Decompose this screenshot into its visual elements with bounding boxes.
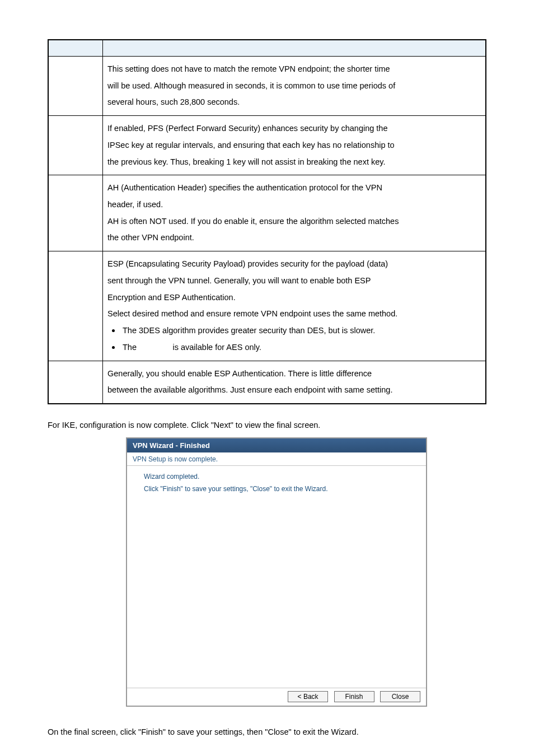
dialog-body: Wizard completed. Click "Finish" to save…: [127, 466, 426, 688]
back-button[interactable]: < Back: [288, 691, 328, 702]
wizard-instruction: Click "Finish" to save your settings, "C…: [144, 485, 417, 493]
cell-line: will be used. Although measured in secon…: [107, 78, 480, 95]
cell-line: several hours, such 28,800 seconds.: [107, 94, 480, 111]
bullet-item: The is available for AES only.: [107, 339, 480, 356]
cell-line: ESP (Encapsulating Security Payload) pro…: [107, 256, 480, 273]
table-row: AH (Authentication Header) specifies the…: [48, 175, 486, 251]
wizard-heading: Wizard completed.: [144, 473, 417, 480]
table-row: This setting does not have to match the …: [48, 57, 486, 116]
paragraph: On the final screen, click "Finish" to s…: [48, 725, 486, 740]
bullet-text: The 3DES algorithm provides greater secu…: [123, 323, 375, 339]
bullet-item: The 3DES algorithm provides greater secu…: [107, 323, 480, 339]
table-row: Generally, you should enable ESP Authent…: [48, 361, 486, 404]
cell-line: IPSec key at regular intervals, and ensu…: [107, 137, 480, 154]
dialog-subtitle: VPN Setup is now complete.: [127, 452, 426, 466]
cell-line: Encryption and ESP Authentication.: [107, 290, 480, 306]
cell-line: AH is often NOT used. If you do enable i…: [107, 213, 480, 230]
table-row: ESP (Encapsulating Security Payload) pro…: [48, 251, 486, 361]
dialog-title: VPN Wizard - Finished: [127, 438, 426, 452]
settings-table: This setting does not have to match the …: [48, 39, 486, 404]
cell-line: Generally, you should enable ESP Authent…: [107, 366, 480, 382]
vpn-wizard-dialog: VPN Wizard - Finished VPN Setup is now c…: [126, 437, 427, 707]
bullet-icon: [112, 329, 115, 332]
table-row: If enabled, PFS (Perfect Forward Securit…: [48, 116, 486, 175]
cell-line: This setting does not have to match the …: [107, 61, 480, 78]
close-button[interactable]: Close: [380, 691, 420, 702]
finish-button[interactable]: Finish: [334, 691, 374, 702]
cell-line: If enabled, PFS (Perfect Forward Securit…: [107, 120, 480, 137]
cell-line: AH (Authentication Header) specifies the…: [107, 180, 480, 197]
cell-line: header, if used.: [107, 197, 480, 213]
dialog-footer: < Back Finish Close: [127, 688, 426, 706]
cell-line: the other VPN endpoint.: [107, 230, 480, 246]
cell-line: sent through the VPN tunnel. Generally, …: [107, 273, 480, 290]
cell-line: the previous key. Thus, breaking 1 key w…: [107, 154, 480, 171]
bullet-text: The is available for AES only.: [123, 339, 261, 356]
paragraph: For IKE, configuration is now complete. …: [48, 418, 486, 433]
table-header-row: [48, 40, 486, 57]
cell-line: between the available algorithms. Just e…: [107, 382, 480, 399]
cell-line: Select desired method and ensure remote …: [107, 306, 480, 323]
bullet-icon: [112, 346, 115, 349]
